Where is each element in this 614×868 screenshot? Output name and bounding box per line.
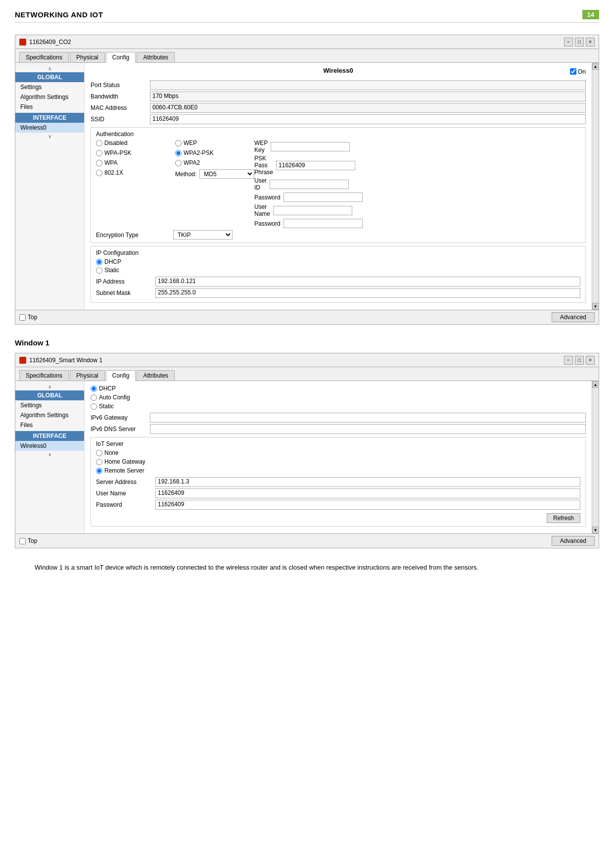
tab-attributes[interactable]: Attributes [137,52,175,62]
ssid-value[interactable]: 11626409 [150,114,586,124]
scroll-up-arrow[interactable]: ▲ [592,63,599,70]
radio-wpapsk[interactable]: WPA-PSK [96,149,175,156]
smart-advanced-button[interactable]: Advanced [552,536,595,546]
username-input[interactable] [273,206,352,215]
footer-top-row: Top [19,314,37,321]
window-co2-title: 11626409_CO2 [29,39,71,46]
password-input[interactable] [283,193,363,202]
tab-config[interactable]: Config [106,52,136,63]
refresh-button[interactable]: Refresh [547,513,580,523]
smart-sidebar-files[interactable]: Files [15,420,84,430]
password2-input[interactable] [283,219,363,228]
sidebar-item-wireless0[interactable]: Wireless0 [15,123,84,133]
auth-title: Authentication [96,131,580,138]
window-smart-icon [19,357,26,364]
radio-wpa[interactable]: WPA [96,159,175,166]
scroll-down-arrow[interactable]: ▼ [592,303,599,310]
sidebar-scroll-up[interactable]: ∧ [15,65,84,72]
tab-specifications[interactable]: Specifications [19,52,69,62]
tab-bar-smart: Specifications Physical Config Attribute… [15,367,599,381]
radio-disabled[interactable]: Disabled [96,140,175,146]
subnet-value[interactable]: 255.255.255.0 [155,288,580,298]
scrollbar-co2[interactable]: ▲ ▼ [592,63,599,310]
description-text: Window 1 is a smart IoT device which is … [15,562,599,573]
radio-wpa2psk[interactable]: WPA2-PSK [175,149,254,156]
smart-restore-button[interactable]: □ [575,356,584,365]
tab-bar-co2: Specifications Physical Config Attribute… [15,49,599,63]
encryption-row: Encryption Type TKIP [96,230,580,240]
restore-button[interactable]: □ [575,38,584,47]
smart-scroll-down-arrow[interactable]: ▼ [592,527,599,533]
smart-sidebar-wireless0[interactable]: Wireless0 [15,441,84,451]
mac-row: MAC Address 0060.47CB.60E0 [91,103,586,113]
smart-minimize-button[interactable]: − [564,356,573,365]
mac-value: 0060.47CB.60E0 [150,103,586,113]
ipv6-dns-value[interactable] [150,424,586,434]
port-status-checkbox[interactable] [570,68,576,75]
sidebar-global-header: GLOBAL [15,72,84,82]
smart-sidebar-algorithm[interactable]: Algorithm Settings [15,410,84,420]
userid-input[interactable] [270,180,349,189]
wireless0-title: Wireless0 [214,67,462,75]
smart-close-button[interactable]: × [586,356,595,365]
method-select[interactable]: MD5 [199,169,254,179]
server-address-row: Server Address 192.168.1.3 [96,477,580,487]
smart-sidebar-global-header: GLOBAL [15,390,84,400]
window-smart-title-left: 11626409_Smart Window 1 [19,357,102,364]
sidebar-item-algorithm[interactable]: Algorithm Settings [15,92,84,102]
iot-radio-home[interactable]: Home Gateway [96,458,580,465]
password-row: Password [254,193,343,202]
sidebar-scroll-down[interactable]: ∨ [15,133,84,140]
sidebar-item-settings[interactable]: Settings [15,82,84,92]
radio-wpa2[interactable]: WPA2 [175,159,254,166]
ssid-row: SSID 11626409 [91,114,586,124]
smart-tab-config[interactable]: Config [106,370,136,381]
encryption-select[interactable]: TKIP [173,230,233,240]
ip-address-value[interactable]: 192.168.0.121 [155,277,580,287]
server-address-value[interactable]: 192.168.1.3 [155,477,580,487]
smart-scroll-track [592,388,599,527]
tab-physical[interactable]: Physical [70,52,105,62]
window-smart-controls: − □ × [564,356,595,365]
bandwidth-row: Bandwidth 170 Mbps [91,92,586,101]
smart-scroll-up-arrow[interactable]: ▲ [592,381,599,388]
smart-sidebar-scroll-down[interactable]: ∨ [15,451,84,458]
main-content-co2: Wireless0 On Port Status Bandwidth 170 M… [85,63,592,310]
radio-static[interactable]: Static [96,267,580,274]
minimize-button[interactable]: − [564,38,573,47]
sidebar-item-files[interactable]: Files [15,102,84,112]
ip-address-row: IP Address 192.168.0.121 [96,277,580,287]
smart-tab-attributes[interactable]: Attributes [137,370,175,381]
auth-radio-col1: Disabled WPA-PSK WPA 802.1X [96,140,175,228]
smart-radio-dhcp[interactable]: DHCP [91,385,586,392]
radio-8021x[interactable]: 802.1X [96,169,175,176]
window-smart-title: 11626409_Smart Window 1 [29,357,102,364]
ip-config-title: IP Configuration [96,249,580,256]
smart-tab-specifications[interactable]: Specifications [19,370,69,381]
iot-username-value[interactable]: 11626409 [155,488,580,498]
smart-radio-static[interactable]: Static [91,403,586,410]
iot-radio-none[interactable]: None [96,449,580,456]
radio-dhcp[interactable]: DHCP [96,258,580,265]
top-checkbox[interactable] [19,314,26,321]
iot-radio-remote[interactable]: Remote Server [96,467,580,474]
close-button[interactable]: × [586,38,595,47]
iot-password-value[interactable]: 11626409 [155,500,580,510]
ipv6-gateway-value[interactable] [150,413,586,423]
main-content-smart: DHCP Auto Config Static IPv6 Gateway IPv… [85,381,592,533]
scrollbar-smart[interactable]: ▲ ▼ [592,381,599,533]
advanced-button[interactable]: Advanced [552,312,595,322]
subnet-row: Subnet Mask 255.255.255.0 [96,288,580,298]
page-header: NETWORKING AND IOT 14 [15,10,599,23]
smart-top-checkbox[interactable] [19,538,26,544]
ip-address-label: IP Address [96,278,155,285]
smart-tab-physical[interactable]: Physical [70,370,105,381]
smart-sidebar-settings[interactable]: Settings [15,400,84,410]
smart-sidebar-scroll-up[interactable]: ∧ [15,383,84,390]
iot-password-row: Password 11626409 [96,500,580,510]
subnet-label: Subnet Mask [96,289,155,296]
radio-wep[interactable]: WEP [175,140,254,146]
smart-radio-autoconfig[interactable]: Auto Config [91,394,586,401]
wep-key-input[interactable] [271,142,350,151]
psk-input[interactable] [276,161,355,170]
